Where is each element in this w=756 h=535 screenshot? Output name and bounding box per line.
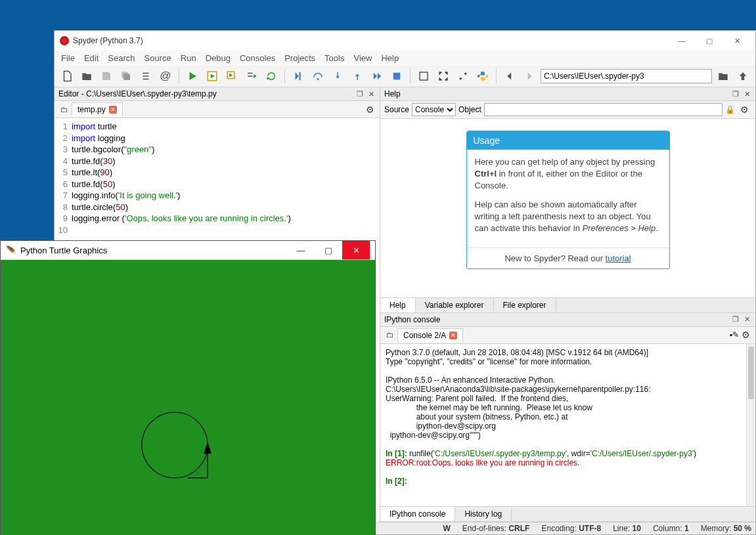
menu-file[interactable]: File	[61, 53, 75, 63]
open-file-icon[interactable]	[78, 68, 95, 85]
turtle-window: 🪶 Python Turtle Graphics — ▢ ✕	[0, 240, 376, 535]
help-lock-icon[interactable]: 🔒	[725, 105, 735, 114]
run-cell-icon[interactable]	[204, 68, 221, 85]
forward-icon[interactable]	[521, 68, 538, 85]
close-button[interactable]: ✕	[724, 32, 750, 49]
code-line[interactable]: 7logging.info('It is going well.')	[55, 190, 380, 202]
code-line[interactable]: 6turtle.fd(50)	[55, 179, 380, 190]
editor-tab[interactable]: temp.py ✕	[72, 102, 123, 116]
fullscreen-icon[interactable]	[435, 68, 452, 85]
save-icon[interactable]	[98, 68, 115, 85]
console-tabbar: 🗀 Console 2/A ✕ ▪ ✎ ⚙	[380, 327, 755, 344]
code-line[interactable]: 2import logging	[55, 133, 380, 144]
window-title: Spyder (Python 3.7)	[73, 36, 669, 45]
tab-close-icon[interactable]: ✕	[109, 106, 117, 114]
ipython-undock-icon[interactable]: ❐	[731, 315, 740, 324]
menu-edit[interactable]: Edit	[84, 53, 99, 63]
tutorial-link[interactable]: tutorial	[606, 253, 631, 263]
svg-rect-4	[393, 73, 401, 80]
svg-point-3	[317, 78, 319, 80]
code-line[interactable]: 10	[55, 225, 380, 236]
turtle-minimize-button[interactable]: —	[287, 241, 315, 259]
menu-view[interactable]: View	[353, 53, 372, 63]
turtle-window-title: Python Turtle Graphics	[20, 246, 107, 255]
menu-tools[interactable]: Tools	[324, 53, 344, 63]
editor-undock-icon[interactable]: ❐	[355, 89, 365, 98]
tab-variable-explorer[interactable]: Variable explorer	[416, 298, 494, 312]
svg-rect-2	[300, 72, 301, 80]
help-source-select[interactable]: Console	[412, 103, 456, 116]
help-toolbar: Source Console Object 🔒 ⚙	[380, 101, 755, 119]
console-clear-icon[interactable]: ✎	[732, 330, 739, 339]
editor-close-icon[interactable]: ✕	[367, 89, 376, 98]
step-over-icon[interactable]	[309, 68, 326, 85]
python-path-icon[interactable]	[474, 68, 491, 85]
back-icon[interactable]	[501, 68, 518, 85]
continue-icon[interactable]	[368, 68, 386, 85]
tab-ipython-console[interactable]: IPython console	[380, 507, 455, 521]
menu-run[interactable]: Run	[181, 53, 196, 63]
code-line[interactable]: 4turtle.fd(30)	[55, 156, 380, 167]
maximize-pane-icon[interactable]	[415, 68, 432, 85]
console-options-icon[interactable]: ⚙	[739, 330, 753, 340]
editor-pane-title-text: Editor - C:\Users\IEUser\.spyder-py3\tem…	[58, 89, 217, 98]
browse-dir-icon[interactable]	[715, 68, 732, 85]
tab-help[interactable]: Help	[380, 298, 416, 312]
parent-dir-icon[interactable]	[734, 68, 751, 85]
code-line[interactable]: 8turtle.circle(50)	[55, 202, 380, 213]
run-cell-advance-icon[interactable]	[223, 68, 240, 85]
code-line[interactable]: 3turtle.bgcolor("green")	[55, 144, 380, 156]
menu-debug[interactable]: Debug	[206, 53, 231, 63]
menu-search[interactable]: Search	[108, 53, 135, 63]
menu-projects[interactable]: Projects	[284, 53, 315, 63]
help-object-input[interactable]	[484, 103, 723, 116]
stop-icon[interactable]	[388, 68, 405, 85]
usage-panel: Usage Here you can get help of any objec…	[466, 131, 670, 269]
tab-file-explorer[interactable]: File explorer	[494, 298, 556, 312]
debug-icon[interactable]	[290, 68, 307, 85]
minimize-button[interactable]: —	[669, 32, 695, 49]
editor-options-icon[interactable]: ⚙	[363, 104, 377, 115]
status-line: Line: 10	[613, 524, 641, 533]
maximize-button[interactable]: ▢	[696, 32, 723, 49]
svg-marker-9	[204, 442, 211, 454]
code-line[interactable]: 9logging.error ('Oops, looks like you ar…	[55, 213, 380, 225]
tab-history-log[interactable]: History log	[455, 507, 512, 521]
menubar: File Edit Search Source Run Debug Consol…	[55, 51, 755, 66]
menu-source[interactable]: Source	[145, 53, 171, 63]
turtle-maximize-button[interactable]: ▢	[315, 241, 342, 259]
console-tab-close-icon[interactable]: ✕	[449, 332, 457, 339]
run-selection-icon[interactable]	[243, 68, 260, 85]
help-undock-icon[interactable]: ❐	[731, 89, 740, 98]
code-line[interactable]: 1import turtle	[55, 121, 380, 133]
step-out-icon[interactable]	[349, 68, 366, 85]
preferences-icon[interactable]	[455, 68, 472, 85]
titlebar[interactable]: Spyder (Python 3.7) — ▢ ✕	[55, 31, 755, 51]
editor-pane-title: Editor - C:\Users\IEUser\.spyder-py3\tem…	[55, 87, 380, 101]
save-all-icon[interactable]	[118, 68, 135, 85]
menu-consoles[interactable]: Consoles	[240, 53, 275, 63]
ipython-console[interactable]: Python 3.7.0 (default, Jun 28 2018, 08:0…	[380, 344, 755, 507]
console-tab[interactable]: Console 2/A ✕	[397, 328, 463, 342]
help-options-icon[interactable]: ⚙	[738, 104, 751, 115]
menu-help[interactable]: Help	[381, 53, 399, 63]
ipython-close-icon[interactable]: ✕	[742, 315, 751, 324]
help-close-icon[interactable]: ✕	[742, 89, 751, 98]
step-into-icon[interactable]	[329, 68, 346, 85]
working-dir-input[interactable]	[541, 69, 712, 83]
console-scrollbar[interactable]	[746, 344, 755, 507]
status-memory: Memory: 50 %	[701, 524, 751, 533]
at-icon[interactable]: @	[157, 68, 174, 85]
turtle-close-button[interactable]: ✕	[342, 241, 370, 259]
browse-tabs-icon[interactable]: 🗀	[57, 105, 72, 114]
in-prompt-2: In [2]:	[386, 477, 407, 486]
turtle-app-icon: 🪶	[6, 246, 16, 255]
console-browse-icon[interactable]: 🗀	[383, 330, 397, 339]
run-icon[interactable]	[184, 68, 201, 85]
list-icon[interactable]	[137, 68, 154, 85]
turtle-titlebar[interactable]: 🪶 Python Turtle Graphics — ▢ ✕	[1, 241, 375, 260]
new-file-icon[interactable]	[58, 68, 76, 85]
code-line[interactable]: 5turtle.lt(90)	[55, 167, 380, 179]
rerun-icon[interactable]	[263, 68, 280, 85]
help-tabs: Help Variable explorer File explorer	[380, 297, 755, 313]
